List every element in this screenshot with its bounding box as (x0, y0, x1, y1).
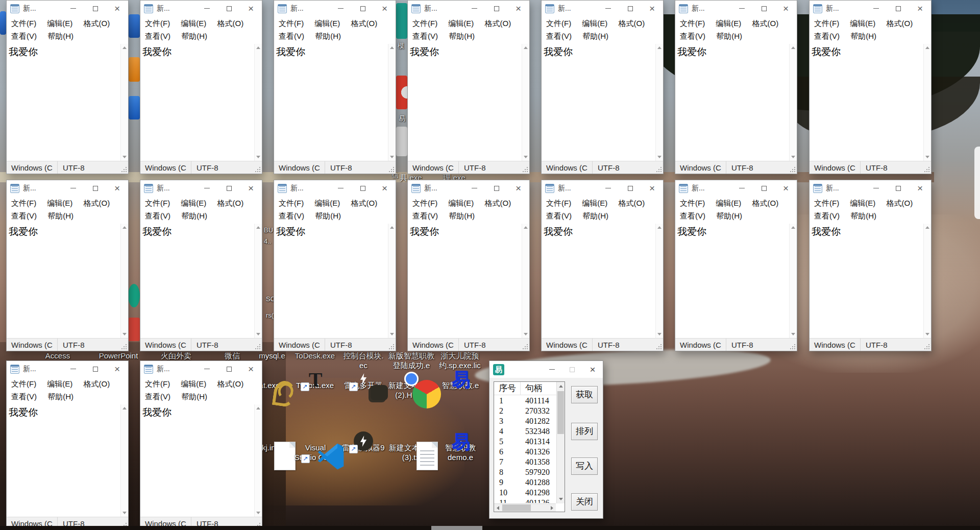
maximize-button[interactable] (619, 1, 641, 16)
maximize-button[interactable] (485, 1, 507, 16)
desktop-icon-label[interactable]: mysql.e (259, 351, 285, 360)
notepad-edit-area[interactable]: 我爱你 (675, 224, 797, 338)
maximize-button[interactable] (562, 361, 582, 378)
resize-grip[interactable] (660, 171, 662, 172)
desktop-icon[interactable]: 新建文本文档 (2).HTML (386, 379, 437, 400)
menu-item-file[interactable]: 文件(F) (11, 199, 36, 207)
menu-item-file[interactable]: 文件(F) (279, 199, 304, 207)
desktop-icon[interactable]: 智慧职教.e (435, 379, 486, 390)
notepad-edit-area[interactable]: 我爱你 (140, 44, 262, 161)
close-button[interactable] (374, 180, 396, 196)
handle-row[interactable]: 5401314 (494, 437, 556, 447)
menu-item-edit[interactable]: 编辑(E) (850, 199, 875, 207)
menu-item-help[interactable]: 帮助(H) (315, 211, 341, 220)
maximize-button[interactable] (753, 1, 775, 16)
minimize-button[interactable] (865, 1, 887, 16)
partial-icon[interactable] (0, 11, 6, 35)
menu-item-view[interactable]: 查看(V) (814, 211, 840, 220)
maximize-button[interactable] (619, 180, 641, 196)
notepad-edit-area[interactable]: 我爱你 (675, 44, 797, 161)
menu-item-help[interactable]: 帮助(H) (47, 32, 74, 40)
notepad-titlebar[interactable]: 新... (542, 180, 663, 196)
maximize-button[interactable] (84, 1, 106, 16)
desktop-icon-label[interactable]: Access (45, 351, 70, 360)
desktop-icon-label[interactable]: ToDesk.exe (295, 351, 335, 360)
close-button[interactable] (240, 361, 262, 377)
minimize-button[interactable] (196, 180, 218, 196)
close-button[interactable] (909, 180, 931, 196)
vertical-scrollbar[interactable] (388, 224, 396, 338)
maximize-button[interactable] (352, 1, 374, 16)
resize-grip[interactable] (126, 348, 127, 349)
notepad-titlebar[interactable]: 新... (140, 180, 262, 196)
menu-item-view[interactable]: 查看(V) (145, 392, 170, 401)
menu-item-view[interactable]: 查看(V) (11, 211, 37, 220)
menu-item-file[interactable]: 文件(F) (145, 199, 170, 207)
handle-row[interactable]: 11401126 (494, 498, 556, 503)
desktop-icon-label[interactable]: 浙大儿院预 约.sp.exe.lic (439, 351, 481, 370)
close-button[interactable] (641, 180, 663, 196)
menu-item-help[interactable]: 帮助(H) (181, 211, 207, 220)
partial-icon[interactable] (396, 127, 407, 156)
menu-item-format[interactable]: 格式(O) (84, 379, 110, 388)
notepad-titlebar[interactable]: 新... (274, 180, 396, 196)
partial-icon[interactable] (129, 14, 140, 38)
minimize-button[interactable] (597, 1, 619, 16)
resize-grip[interactable] (794, 171, 795, 172)
menu-item-edit[interactable]: 编辑(E) (47, 379, 72, 388)
resize-grip[interactable] (928, 171, 929, 172)
vertical-scrollbar[interactable] (120, 44, 128, 161)
menu-item-help[interactable]: 帮助(H) (315, 32, 341, 40)
resize-grip[interactable] (393, 171, 394, 172)
handle-row[interactable]: 6401326 (494, 447, 556, 457)
menu-item-file[interactable]: 文件(F) (11, 379, 36, 388)
resize-grip[interactable] (259, 171, 260, 172)
notepad-titlebar[interactable]: 新... (7, 180, 128, 196)
menu-item-format[interactable]: 格式(O) (485, 19, 511, 28)
menu-item-edit[interactable]: 编辑(E) (448, 19, 474, 28)
maximize-button[interactable] (352, 180, 374, 196)
menu-item-view[interactable]: 查看(V) (546, 32, 572, 40)
menu-item-help[interactable]: 帮助(H) (582, 32, 608, 40)
menu-item-edit[interactable]: 编辑(E) (47, 19, 72, 28)
horizontal-scrollbar[interactable] (494, 503, 556, 512)
notepad-edit-area[interactable]: 我爱你 (810, 224, 931, 338)
maximize-button[interactable] (887, 180, 909, 196)
menu-item-view[interactable]: 查看(V) (145, 32, 170, 40)
menu-item-file[interactable]: 文件(F) (11, 19, 36, 28)
notepad-edit-area[interactable]: 我爱你 (542, 44, 663, 161)
menu-item-format[interactable]: 格式(O) (485, 199, 511, 207)
notepad-edit-area[interactable]: 我爱你 (7, 44, 128, 161)
partial-icon[interactable] (128, 284, 140, 307)
menu-item-file[interactable]: 文件(F) (680, 199, 705, 207)
notepad-edit-area[interactable]: 我爱你 (810, 44, 931, 161)
vertical-scrollbar[interactable] (388, 44, 396, 161)
resize-grip[interactable] (527, 348, 528, 349)
notepad-titlebar[interactable]: 新... (408, 1, 529, 16)
vertical-scrollbar[interactable] (556, 382, 565, 503)
notepad-edit-area[interactable]: 我爱你 (140, 404, 262, 517)
notepad-edit-area[interactable]: 我爱你 (7, 404, 128, 517)
vertical-scrollbar[interactable] (254, 404, 262, 517)
handle-row[interactable]: 8597920 (494, 467, 556, 477)
handle-tool-titlebar[interactable] (489, 361, 603, 378)
handle-row[interactable]: 1401114 (494, 396, 556, 406)
scrollbar-thumb[interactable] (502, 504, 531, 511)
desktop-icon-label[interactable]: 火甶外卖 (161, 351, 191, 360)
minimize-button[interactable] (597, 180, 619, 196)
vertical-scrollbar[interactable] (923, 224, 931, 338)
maximize-button[interactable] (887, 1, 909, 16)
handle-row[interactable]: 10401298 (494, 488, 556, 498)
menu-item-file[interactable]: 文件(F) (412, 199, 437, 207)
handle-row[interactable]: 2270332 (494, 406, 556, 416)
desktop-icon-label[interactable]: 新版智慧职教 登陆成功.e (388, 351, 434, 370)
notepad-titlebar[interactable]: 新... (675, 180, 797, 196)
menu-item-view[interactable]: 查看(V) (546, 211, 572, 220)
write-button[interactable]: 写入 (571, 457, 598, 475)
minimize-button[interactable] (196, 361, 218, 377)
menu-item-format[interactable]: 格式(O) (351, 19, 378, 28)
menu-item-edit[interactable]: 编辑(E) (181, 199, 206, 207)
partial-icon[interactable] (396, 3, 407, 39)
menu-item-edit[interactable]: 编辑(E) (582, 199, 607, 207)
minimize-button[interactable] (463, 180, 485, 196)
